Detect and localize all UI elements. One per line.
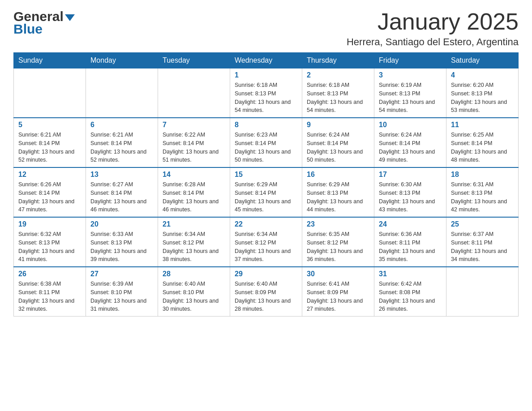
table-row: 6Sunrise: 6:21 AMSunset: 8:14 PMDaylight… — [86, 118, 158, 167]
calendar-week-row: 19Sunrise: 6:32 AMSunset: 8:13 PMDayligh… — [14, 217, 519, 267]
table-row: 21Sunrise: 6:34 AMSunset: 8:12 PMDayligh… — [158, 217, 230, 267]
table-row: 8Sunrise: 6:23 AMSunset: 8:14 PMDaylight… — [230, 118, 302, 167]
header-friday: Friday — [374, 53, 446, 68]
table-row: 7Sunrise: 6:22 AMSunset: 8:14 PMDaylight… — [158, 118, 230, 167]
table-row — [14, 68, 86, 118]
calendar-week-row: 1Sunrise: 6:18 AMSunset: 8:13 PMDaylight… — [14, 68, 519, 118]
month-title: January 2025 — [347, 9, 519, 34]
day-number: 15 — [235, 171, 297, 179]
table-row — [446, 267, 519, 317]
day-number: 6 — [90, 121, 153, 129]
day-info: Sunrise: 6:38 AMSunset: 8:11 PMDaylight:… — [18, 280, 81, 313]
table-row: 30Sunrise: 6:41 AMSunset: 8:09 PMDayligh… — [302, 267, 374, 317]
day-number: 2 — [307, 71, 369, 79]
table-row: 15Sunrise: 6:29 AMSunset: 8:14 PMDayligh… — [230, 167, 302, 217]
day-info: Sunrise: 6:22 AMSunset: 8:14 PMDaylight:… — [163, 131, 225, 164]
day-number: 21 — [163, 220, 225, 228]
header-monday: Monday — [86, 53, 158, 68]
table-row: 11Sunrise: 6:25 AMSunset: 8:14 PMDayligh… — [446, 118, 519, 167]
table-row: 19Sunrise: 6:32 AMSunset: 8:13 PMDayligh… — [14, 217, 86, 267]
table-row: 17Sunrise: 6:30 AMSunset: 8:13 PMDayligh… — [374, 167, 446, 217]
day-info: Sunrise: 6:36 AMSunset: 8:11 PMDaylight:… — [379, 230, 442, 264]
day-info: Sunrise: 6:29 AMSunset: 8:13 PMDaylight:… — [307, 180, 369, 214]
day-number: 30 — [307, 270, 369, 278]
day-info: Sunrise: 6:32 AMSunset: 8:13 PMDaylight:… — [18, 230, 81, 264]
header-thursday: Thursday — [302, 53, 374, 68]
day-number: 31 — [379, 270, 442, 278]
day-info: Sunrise: 6:37 AMSunset: 8:11 PMDaylight:… — [451, 230, 514, 264]
day-info: Sunrise: 6:19 AMSunset: 8:13 PMDaylight:… — [379, 81, 442, 115]
table-row: 24Sunrise: 6:36 AMSunset: 8:11 PMDayligh… — [374, 217, 446, 267]
day-info: Sunrise: 6:42 AMSunset: 8:08 PMDaylight:… — [379, 280, 442, 313]
table-row: 18Sunrise: 6:31 AMSunset: 8:13 PMDayligh… — [446, 167, 519, 217]
day-number: 26 — [18, 270, 81, 278]
header-tuesday: Tuesday — [158, 53, 230, 68]
day-info: Sunrise: 6:28 AMSunset: 8:14 PMDaylight:… — [163, 180, 225, 214]
day-info: Sunrise: 6:35 AMSunset: 8:12 PMDaylight:… — [307, 230, 369, 264]
location-title: Herrera, Santiago del Estero, Argentina — [347, 36, 519, 48]
day-info: Sunrise: 6:33 AMSunset: 8:13 PMDaylight:… — [90, 230, 153, 264]
day-info: Sunrise: 6:31 AMSunset: 8:13 PMDaylight:… — [451, 180, 514, 214]
calendar-header-row: Sunday Monday Tuesday Wednesday Thursday… — [14, 53, 519, 68]
day-number: 9 — [307, 121, 369, 129]
day-number: 8 — [235, 121, 297, 129]
table-row: 4Sunrise: 6:20 AMSunset: 8:13 PMDaylight… — [446, 68, 519, 118]
day-info: Sunrise: 6:40 AMSunset: 8:09 PMDaylight:… — [235, 280, 297, 313]
table-row: 20Sunrise: 6:33 AMSunset: 8:13 PMDayligh… — [86, 217, 158, 267]
table-row: 14Sunrise: 6:28 AMSunset: 8:14 PMDayligh… — [158, 167, 230, 217]
table-row: 26Sunrise: 6:38 AMSunset: 8:11 PMDayligh… — [14, 267, 86, 317]
calendar-week-row: 12Sunrise: 6:26 AMSunset: 8:14 PMDayligh… — [14, 167, 519, 217]
day-number: 29 — [235, 270, 297, 278]
day-number: 13 — [90, 171, 153, 179]
day-number: 5 — [18, 121, 81, 129]
day-info: Sunrise: 6:27 AMSunset: 8:14 PMDaylight:… — [90, 180, 153, 214]
table-row: 10Sunrise: 6:24 AMSunset: 8:14 PMDayligh… — [374, 118, 446, 167]
day-number: 7 — [163, 121, 225, 129]
logo: General Blue — [13, 9, 75, 37]
table-row: 5Sunrise: 6:21 AMSunset: 8:14 PMDaylight… — [14, 118, 86, 167]
day-info: Sunrise: 6:23 AMSunset: 8:14 PMDaylight:… — [235, 131, 297, 164]
day-info: Sunrise: 6:21 AMSunset: 8:14 PMDaylight:… — [18, 131, 81, 164]
day-info: Sunrise: 6:21 AMSunset: 8:14 PMDaylight:… — [90, 131, 153, 164]
table-row: 13Sunrise: 6:27 AMSunset: 8:14 PMDayligh… — [86, 167, 158, 217]
day-info: Sunrise: 6:25 AMSunset: 8:14 PMDaylight:… — [451, 131, 514, 164]
day-info: Sunrise: 6:40 AMSunset: 8:10 PMDaylight:… — [163, 280, 225, 313]
logo-triangle-icon — [65, 14, 75, 21]
day-number: 28 — [163, 270, 225, 278]
day-info: Sunrise: 6:34 AMSunset: 8:12 PMDaylight:… — [235, 230, 297, 264]
day-number: 22 — [235, 220, 297, 228]
day-number: 1 — [235, 71, 297, 79]
table-row: 28Sunrise: 6:40 AMSunset: 8:10 PMDayligh… — [158, 267, 230, 317]
day-number: 24 — [379, 220, 442, 228]
table-row — [158, 68, 230, 118]
table-row: 23Sunrise: 6:35 AMSunset: 8:12 PMDayligh… — [302, 217, 374, 267]
table-row: 9Sunrise: 6:24 AMSunset: 8:14 PMDaylight… — [302, 118, 374, 167]
day-number: 4 — [451, 71, 514, 79]
day-number: 11 — [451, 121, 514, 129]
table-row: 16Sunrise: 6:29 AMSunset: 8:13 PMDayligh… — [302, 167, 374, 217]
table-row: 2Sunrise: 6:18 AMSunset: 8:13 PMDaylight… — [302, 68, 374, 118]
day-number: 12 — [18, 171, 81, 179]
table-row: 31Sunrise: 6:42 AMSunset: 8:08 PMDayligh… — [374, 267, 446, 317]
page-header: General Blue January 2025 Herrera, Santi… — [13, 9, 519, 48]
calendar-table: Sunday Monday Tuesday Wednesday Thursday… — [13, 52, 519, 317]
day-info: Sunrise: 6:29 AMSunset: 8:14 PMDaylight:… — [235, 180, 297, 214]
day-number: 19 — [18, 220, 81, 228]
day-number: 25 — [451, 220, 514, 228]
header-wednesday: Wednesday — [230, 53, 302, 68]
day-info: Sunrise: 6:41 AMSunset: 8:09 PMDaylight:… — [307, 280, 369, 313]
day-info: Sunrise: 6:39 AMSunset: 8:10 PMDaylight:… — [90, 280, 153, 313]
day-info: Sunrise: 6:24 AMSunset: 8:14 PMDaylight:… — [307, 131, 369, 164]
table-row: 3Sunrise: 6:19 AMSunset: 8:13 PMDaylight… — [374, 68, 446, 118]
title-block: January 2025 Herrera, Santiago del Ester… — [347, 9, 519, 48]
day-number: 3 — [379, 71, 442, 79]
table-row: 29Sunrise: 6:40 AMSunset: 8:09 PMDayligh… — [230, 267, 302, 317]
day-info: Sunrise: 6:24 AMSunset: 8:14 PMDaylight:… — [379, 131, 442, 164]
calendar-week-row: 5Sunrise: 6:21 AMSunset: 8:14 PMDaylight… — [14, 118, 519, 167]
header-saturday: Saturday — [446, 53, 519, 68]
day-number: 16 — [307, 171, 369, 179]
day-info: Sunrise: 6:26 AMSunset: 8:14 PMDaylight:… — [18, 180, 81, 214]
day-info: Sunrise: 6:30 AMSunset: 8:13 PMDaylight:… — [379, 180, 442, 214]
day-number: 27 — [90, 270, 153, 278]
day-info: Sunrise: 6:20 AMSunset: 8:13 PMDaylight:… — [451, 81, 514, 115]
